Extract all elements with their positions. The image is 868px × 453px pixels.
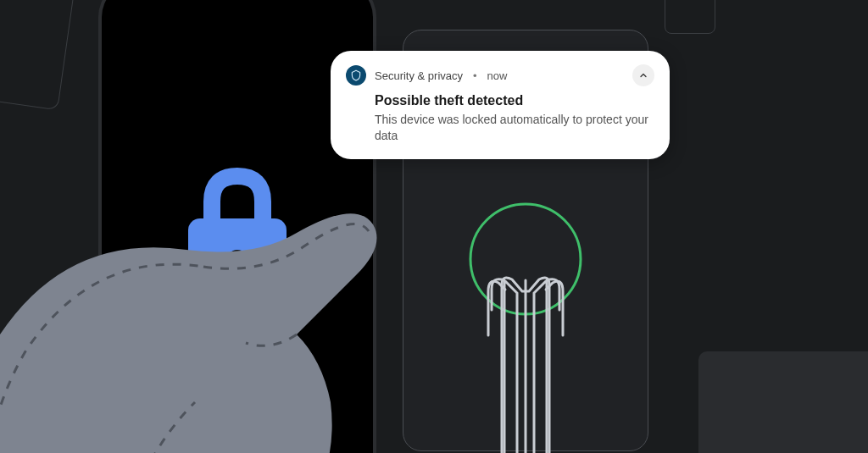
notification-card[interactable]: Security & privacy • now Possible theft … — [331, 51, 670, 159]
chevron-up-icon — [638, 70, 648, 80]
separator-dot: • — [473, 69, 477, 82]
decorative-shape — [665, 0, 715, 34]
notification-title: Possible theft detected — [375, 93, 654, 108]
notification-body: Possible theft detected This device was … — [346, 86, 654, 144]
notification-time: now — [487, 69, 508, 82]
notification-text: This device was locked automatically to … — [375, 112, 654, 144]
notification-header: Security & privacy • now — [346, 64, 654, 86]
decorative-shape — [698, 351, 868, 453]
notification-app-name: Security & privacy — [375, 69, 463, 82]
expand-button[interactable] — [632, 64, 654, 86]
illustration-scene: Security & privacy • now Possible theft … — [0, 0, 868, 453]
shield-icon — [346, 65, 366, 86]
